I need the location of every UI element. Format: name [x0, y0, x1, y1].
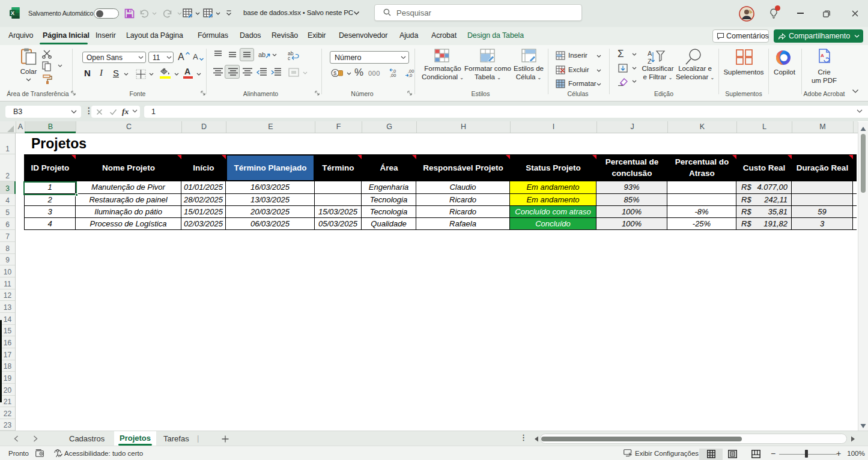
svg-text:X: X — [11, 10, 14, 16]
svg-text:$: $ — [333, 70, 337, 76]
svg-text:ab: ab — [258, 51, 266, 58]
svg-text:A: A — [193, 52, 198, 61]
svg-text:A: A — [821, 53, 824, 58]
svg-text:Z: Z — [648, 58, 652, 65]
svg-text:A: A — [178, 52, 184, 61]
svg-text:,00: ,00 — [390, 73, 396, 78]
svg-text:A: A — [648, 50, 652, 57]
